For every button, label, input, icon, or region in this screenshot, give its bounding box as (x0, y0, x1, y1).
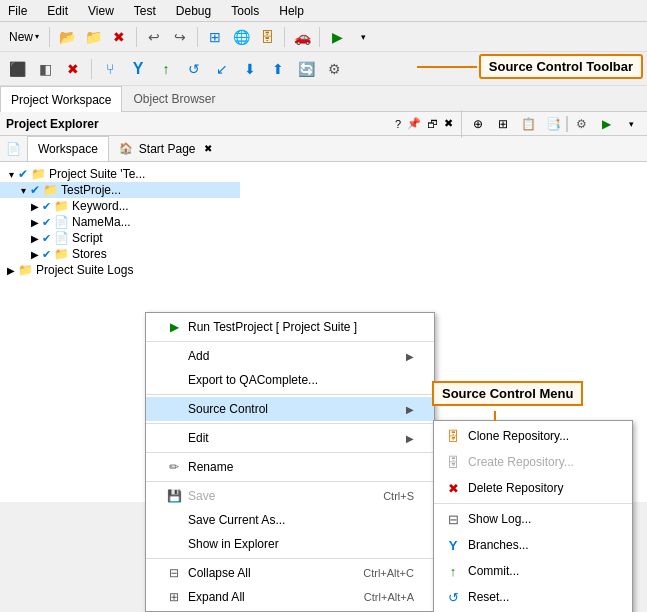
explorer-close-btn[interactable]: ✖ (442, 117, 455, 130)
close-button[interactable]: ✖ (107, 25, 131, 49)
explorer-add2-btn[interactable]: ⊞ (491, 112, 515, 136)
explorer-add4-btn[interactable]: 📑 (541, 112, 565, 136)
tab-start-page-close[interactable]: ✖ (204, 143, 212, 154)
explorer-add3-btn[interactable]: 📋 (516, 112, 540, 136)
ctx-expand-shortcut: Ctrl+Alt+A (364, 591, 414, 603)
open-button[interactable]: 📂 (55, 25, 79, 49)
keyword-check-icon: ✔ (42, 200, 51, 213)
menu-file[interactable]: File (4, 3, 31, 19)
tab-project-workspace-label: Project Workspace (11, 93, 111, 107)
add-package-button[interactable]: ⊞ (203, 25, 227, 49)
expand-keyword[interactable]: ▶ (28, 201, 42, 212)
sc-push-icon[interactable]: ⬆ (265, 56, 291, 82)
ctx-add[interactable]: Add ▶ (146, 344, 434, 368)
testproject-folder-icon: 📁 (43, 183, 58, 197)
explorer-add-btn[interactable]: ⊕ (466, 112, 490, 136)
tree-item-namema[interactable]: ▶ ✔ 📄 NameMa... (0, 214, 240, 230)
explorer-play-dd[interactable]: ▾ (619, 112, 643, 136)
sc-settings-icon[interactable]: ⚙ (321, 56, 347, 82)
tree-item-testproject[interactable]: ▾ ✔ 📁 TestProje... (0, 182, 240, 198)
explorer-settings-btn[interactable]: ⚙ (569, 112, 593, 136)
tree-item-keyword[interactable]: ▶ ✔ 📁 Keyword... (0, 198, 240, 214)
script-label: Script (72, 231, 103, 245)
sub-reset[interactable]: ↺ Reset... (434, 584, 632, 610)
menubar: File Edit View Test Debug Tools Help (0, 0, 647, 22)
sc-pull-icon[interactable]: ⬇ (237, 56, 263, 82)
play-dropdown[interactable]: ▾ (351, 25, 375, 49)
ctx-source-control[interactable]: Source Control ▶ (146, 397, 434, 421)
menu-debug[interactable]: Debug (172, 3, 215, 19)
namema-check-icon: ✔ (42, 216, 51, 229)
sc-toolbar-callout: Source Control Toolbar (479, 54, 643, 79)
tab-start-page-label: Start Page (139, 142, 196, 156)
expand-script[interactable]: ▶ (28, 233, 42, 244)
ctx-show-explorer[interactable]: Show in Explorer (146, 532, 434, 556)
run-button[interactable]: 🚗 (290, 25, 314, 49)
expand-stores[interactable]: ▶ (28, 249, 42, 260)
sub-show-log[interactable]: ⊟ Show Log... (434, 506, 632, 532)
sub-clone[interactable]: 🗄 Clone Repository... (434, 423, 632, 449)
undo-button[interactable]: ↩ (142, 25, 166, 49)
ctx-collapse-label: Collapse All (188, 566, 251, 580)
menu-edit[interactable]: Edit (43, 3, 72, 19)
logs-folder-icon: 📁 (18, 263, 33, 277)
expand-testproject[interactable]: ▾ (16, 185, 30, 196)
database-button[interactable]: 🗄 (255, 25, 279, 49)
sc-stage-icon[interactable]: ⬛ (4, 56, 30, 82)
redo-button[interactable]: ↪ (168, 25, 192, 49)
ctx-save-label: Save (188, 489, 215, 503)
sc-fork-icon[interactable]: ⑂ (97, 56, 123, 82)
sub-commit[interactable]: ↑ Commit... (434, 558, 632, 584)
tree-item-stores[interactable]: ▶ ✔ 📁 Stores (0, 246, 240, 262)
sub-branches[interactable]: Y Branches... (434, 532, 632, 558)
sub-delete[interactable]: ✖ Delete Repository (434, 475, 632, 501)
explorer-play-btn[interactable]: ▶ (594, 112, 618, 136)
ctx-edit[interactable]: Edit ▶ (146, 426, 434, 450)
ctx-export[interactable]: Export to QAComplete... (146, 368, 434, 392)
main-toolbar: New ▾ 📂 📁 ✖ ↩ ↪ ⊞ 🌐 🗄 🚗 ▶ ▾ (0, 22, 647, 52)
tab-workspace[interactable]: Workspace (27, 136, 109, 161)
expand-project-suite[interactable]: ▾ (4, 169, 18, 180)
add-network-button[interactable]: 🌐 (229, 25, 253, 49)
ctx-rename[interactable]: ✏ Rename (146, 455, 434, 479)
expand-namema[interactable]: ▶ (28, 217, 42, 228)
ctx-collapse-all[interactable]: ⊟ Collapse All Ctrl+Alt+C (146, 561, 434, 585)
new-button[interactable]: New ▾ (4, 27, 44, 47)
play-button[interactable]: ▶ (325, 25, 349, 49)
tree-item-project-suite[interactable]: ▾ ✔ 📁 Project Suite 'Te... (0, 166, 240, 182)
tree-item-logs[interactable]: ▶ 📁 Project Suite Logs (0, 262, 240, 278)
menu-test[interactable]: Test (130, 3, 160, 19)
ctx-run[interactable]: ▶ Run TestProject [ Project Suite ] (146, 315, 434, 339)
ctx-rename-label: Rename (188, 460, 233, 474)
explorer-title: Project Explorer (6, 117, 99, 131)
ctx-rename-icon: ✏ (166, 459, 182, 475)
menu-tools[interactable]: Tools (227, 3, 263, 19)
tab-start-page[interactable]: 🏠 Start Page ✖ (109, 136, 222, 161)
tree-item-script[interactable]: ▶ ✔ 📄 Script (0, 230, 240, 246)
explorer-float-btn[interactable]: 🗗 (425, 118, 440, 130)
ctx-expand-all[interactable]: ⊞ Expand All Ctrl+Alt+A (146, 585, 434, 609)
expand-logs[interactable]: ▶ (4, 265, 18, 276)
tab-object-browser[interactable]: Object Browser (122, 86, 226, 111)
new-folder-button[interactable]: 📁 (81, 25, 105, 49)
ctx-add-icon (166, 348, 182, 364)
ctx-edit-arrow: ▶ (406, 433, 414, 444)
sc-refresh-icon[interactable]: 🔄 (293, 56, 319, 82)
new-dropdown-arrow: ▾ (35, 32, 39, 41)
explorer-pin-btn[interactable]: 📌 (405, 117, 423, 130)
sc-branch-icon[interactable]: Y (125, 56, 151, 82)
menu-help[interactable]: Help (275, 3, 308, 19)
ctx-save-as[interactable]: Save Current As... (146, 508, 434, 532)
sc-unstage-icon[interactable]: ◧ (32, 56, 58, 82)
sc-discard-icon[interactable]: ✖ (60, 56, 86, 82)
ctx-edit-icon (166, 430, 182, 446)
menu-view[interactable]: View (84, 3, 118, 19)
explorer-header: Project Explorer ? 📌 🗗 ✖ (0, 115, 461, 133)
sc-commit-icon[interactable]: ↑ (153, 56, 179, 82)
explorer-help-btn[interactable]: ? (393, 118, 403, 130)
sc-fetch-icon[interactable]: ↙ (209, 56, 235, 82)
sc-reset-icon[interactable]: ↺ (181, 56, 207, 82)
ctx-sc-arrow: ▶ (406, 404, 414, 415)
tab-project-workspace[interactable]: Project Workspace (0, 86, 122, 112)
testproject-check-icon: ✔ (30, 183, 40, 197)
